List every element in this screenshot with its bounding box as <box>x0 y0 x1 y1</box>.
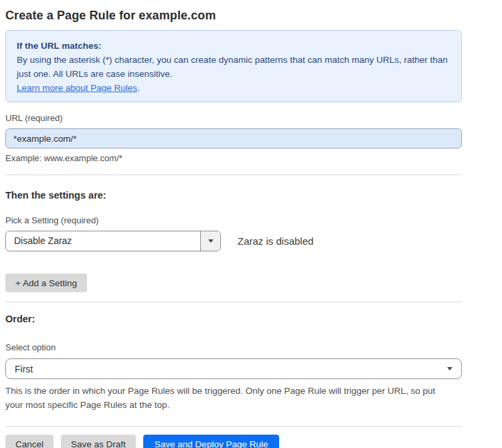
order-heading: Order: <box>5 313 462 325</box>
section-divider <box>5 426 462 427</box>
page-title: Create a Page Rule for example.com <box>5 7 462 23</box>
setting-select[interactable]: Disable Zaraz <box>5 231 221 251</box>
url-input[interactable] <box>5 128 462 148</box>
section-divider <box>5 175 462 175</box>
url-example-helper: Example: www.example.com/* <box>5 153 462 164</box>
learn-more-link[interactable]: Learn more about Page Rules <box>17 83 137 93</box>
setting-row: Disable Zaraz Zaraz is disabled <box>5 231 462 251</box>
pick-setting-label: Pick a Setting (required) <box>5 215 462 226</box>
page-rule-form: Create a Page Rule for example.com If th… <box>5 0 462 448</box>
chevron-down-icon <box>447 367 452 370</box>
save-deploy-button[interactable]: Save and Deploy Page Rule <box>143 435 280 448</box>
order-select[interactable]: First <box>5 358 462 379</box>
url-match-info-box: If the URL matches: By using the asteris… <box>5 30 462 102</box>
form-footer: Cancel Save as Draft Save and Deploy Pag… <box>5 435 462 448</box>
setting-status-text: Zaraz is disabled <box>238 235 313 247</box>
order-help-text: This is the order in which your Page Rul… <box>5 384 454 412</box>
url-label: URL (required) <box>5 113 462 124</box>
cancel-button[interactable]: Cancel <box>5 435 54 448</box>
save-draft-button[interactable]: Save as Draft <box>61 435 136 448</box>
info-box-link-line: Learn more about Page Rules. <box>17 81 450 95</box>
add-setting-button[interactable]: + Add a Setting <box>5 273 87 292</box>
settings-heading: Then the settings are: <box>5 189 462 201</box>
order-select-label: Select option <box>5 342 462 353</box>
section-divider <box>5 302 462 302</box>
setting-select-value: Disable Zaraz <box>6 231 200 251</box>
info-box-heading: If the URL matches: <box>17 39 450 53</box>
info-box-body: By using the asterisk (*) character, you… <box>17 53 450 81</box>
setting-select-caret-button[interactable] <box>200 231 220 251</box>
chevron-down-icon <box>208 239 214 243</box>
link-period: . <box>137 83 140 93</box>
order-select-value: First <box>15 364 33 374</box>
